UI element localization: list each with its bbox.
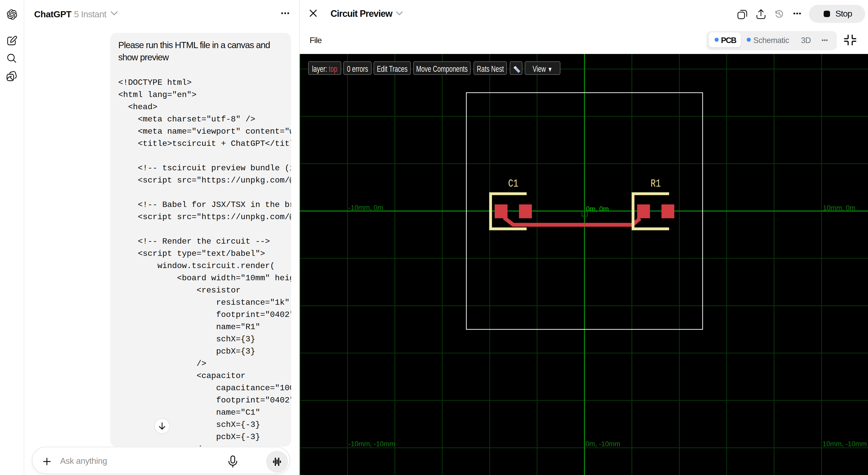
svg-text:C1: C1: [508, 178, 518, 190]
svg-text:0m, 0m: 0m, 0m: [586, 205, 609, 213]
svg-text:10mm, -10mm: 10mm, -10mm: [823, 440, 867, 448]
svg-text:0m, -10mm: 0m, -10mm: [586, 440, 621, 448]
svg-text:10mm, 0m: 10mm, 0m: [823, 204, 856, 212]
svg-text:R1: R1: [651, 178, 661, 190]
svg-text:-10mm, -10mm: -10mm, -10mm: [349, 440, 395, 448]
svg-text:-10mm, 0m: -10mm, 0m: [348, 204, 383, 211]
